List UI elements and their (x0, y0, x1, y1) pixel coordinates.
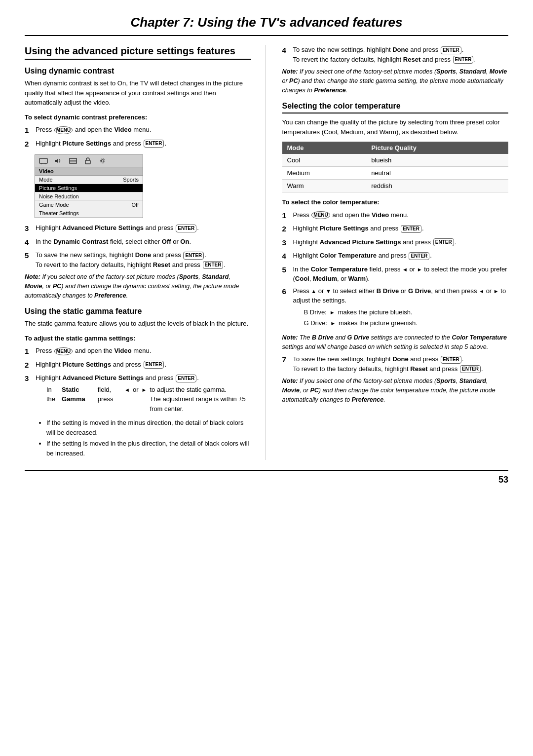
svg-point-8 (102, 160, 104, 162)
menu-row-theater-settings: Theater Settings (35, 209, 143, 218)
enter-btn-5: ENTER (183, 252, 204, 260)
table-cell-blueish: blueish (366, 154, 508, 167)
speaker-icon (53, 157, 64, 165)
ct-step-5: 5 In the Color Temperature field, press … (282, 265, 509, 284)
step-2: 2 Highlight Picture Settings and press E… (25, 139, 251, 150)
enter-btn-ct7b: ENTER (460, 365, 481, 373)
static-gamma-title: Using the static gamma feature (25, 307, 251, 316)
menu-icon-ct1: MENU (311, 211, 330, 219)
right-column: 4 To save the new settings, highlight Do… (280, 45, 509, 460)
dynamic-contrast-procedure-title: To select dynamic contrast preferences: (25, 113, 251, 122)
ct-note2: Note: The B Drive and G Drive settings a… (282, 333, 509, 352)
table-cell-cool: Cool (282, 154, 367, 167)
ct-step-4: 4 Highlight Color Temperature and press … (282, 251, 509, 262)
ct-step7-list: 7 To save the new settings, highlight Do… (282, 354, 509, 374)
static-gamma-steps: 1 Press MENU and open the Video menu. 2 … (25, 346, 251, 416)
step-4: 4 In the Dynamic Contrast field, select … (25, 237, 251, 248)
table-cell-medium: Medium (282, 167, 367, 180)
sg-step-3: 3 Highlight Advanced Picture Settings an… (25, 373, 251, 416)
svg-rect-0 (39, 158, 47, 163)
ct-step6-bullets: B Drive: makes the picture blueish. G Dr… (293, 307, 509, 328)
step-1: 1 Press MENU and open the Video menu. (25, 125, 251, 136)
ct-bullet-gdrive: G Drive: makes the picture greenish. (304, 318, 509, 328)
dynamic-contrast-title: Using dynamic contrast (25, 67, 251, 76)
ct-bullet-bdrive: B Drive: makes the picture blueish. (304, 307, 509, 317)
menu-screenshot: Video ModeSports Picture Settings Noise … (35, 154, 143, 218)
menu-row-game-mode: Game ModeOff (35, 201, 143, 209)
right-top-steps: 4 To save the new settings, highlight Do… (282, 45, 509, 64)
dynamic-contrast-steps-cont: 3 Highlight Advanced Picture Settings an… (25, 223, 251, 269)
enter-btn-ct7: ENTER (441, 356, 461, 364)
ct-step-3: 3 Highlight Advanced Picture Settings an… (282, 237, 509, 249)
step-5: 5 To save the new settings, highlight Do… (25, 250, 251, 269)
sg-extra-bullets: If the setting is moved in the minus dir… (36, 418, 251, 458)
ct-step-2: 2 Highlight Picture Settings and press E… (282, 224, 509, 235)
color-temp-description: You can change the quality of the pictur… (282, 117, 509, 137)
page-number: 53 (25, 470, 508, 485)
table-cell-reddish: reddish (366, 180, 508, 192)
color-temperature-table: Mode Picture Quality Cool blueish Medium… (282, 142, 509, 192)
settings-icon (97, 157, 108, 165)
dynamic-contrast-note: Note: If you select one of the factory-s… (25, 272, 251, 300)
ct-step-6: 6 Press or to select either B Drive or G… (282, 286, 509, 330)
table-cell-warm: Warm (282, 180, 367, 192)
table-cell-neutral: neutral (366, 167, 508, 180)
menu-row-noise-reduction: Noise Reduction (35, 192, 143, 201)
ct-step-7: 7 To save the new settings, highlight Do… (282, 354, 509, 374)
sg-bullet-1: In the Static Gamma field, press or to a… (46, 385, 251, 414)
sg-bullet-plus: If the setting is moved in the plus dire… (46, 439, 251, 458)
svg-rect-7 (85, 160, 90, 164)
tv-icon (38, 157, 49, 165)
menu-icon: MENU (54, 126, 73, 134)
left-column: Using the advanced picture settings feat… (25, 45, 266, 460)
enter-btn-sg2: ENTER (144, 361, 164, 369)
svg-point-9 (101, 159, 105, 163)
enter-btn-r4: ENTER (441, 46, 461, 54)
enter-btn-r4b: ENTER (453, 56, 474, 64)
svg-rect-4 (70, 158, 76, 163)
chapter-title: Chapter 7: Using the TV's advanced featu… (25, 15, 508, 36)
sg-step-2: 2 Highlight Picture Settings and press E… (25, 360, 251, 371)
color-temp-title: Selecting the color temperature (282, 102, 509, 113)
ct-step-1: 1 Press MENU and open the Video menu. (282, 210, 509, 222)
static-gamma-procedure-title: To adjust the static gamma settings: (25, 334, 251, 343)
color-temp-procedure-title: To select the color temperature: (282, 197, 509, 207)
table-header-quality: Picture Quality (366, 142, 508, 154)
color-temp-steps: 1 Press MENU and open the Video menu. 2 … (282, 210, 509, 330)
table-header-mode: Mode (282, 142, 367, 154)
svg-marker-3 (55, 158, 58, 163)
static-gamma-description: The static gamma feature allows you to a… (25, 319, 251, 329)
enter-btn-3: ENTER (176, 225, 196, 232)
table-row: Cool blueish (282, 154, 509, 167)
enter-button-icon: ENTER (144, 140, 164, 148)
enter-btn-ct3: ENTER (433, 238, 454, 246)
sg-bullet-minus: If the setting is moved in the minus dir… (46, 418, 251, 437)
sg-step-1: 1 Press MENU and open the Video menu. (25, 346, 251, 357)
menu-row-mode: ModeSports (35, 176, 143, 184)
menu-icon-sg1: MENU (54, 347, 73, 355)
right-step-4: 4 To save the new settings, highlight Do… (282, 45, 509, 64)
table-row: Medium neutral (282, 167, 509, 180)
dynamic-contrast-steps: 1 Press MENU and open the Video menu. 2 … (25, 125, 251, 150)
table-row: Warm reddish (282, 180, 509, 192)
menu-icon-bar (35, 155, 143, 167)
enter-btn-5b: ENTER (203, 261, 224, 269)
menu-body: Video ModeSports Picture Settings Noise … (35, 167, 143, 218)
ct-note3: Note: If you select one of the factory-s… (282, 377, 509, 404)
step-3: 3 Highlight Advanced Picture Settings an… (25, 223, 251, 234)
dynamic-contrast-description: When dynamic contrast is set to On, the … (25, 78, 251, 108)
sg-step3-bullets: In the Static Gamma field, press or to a… (36, 385, 251, 414)
main-section-title: Using the advanced picture settings feat… (25, 45, 251, 60)
enter-btn-ct2: ENTER (401, 225, 421, 233)
list-icon (68, 157, 78, 165)
menu-video-label: Video (35, 167, 143, 176)
enter-btn-sg3: ENTER (176, 375, 196, 382)
menu-row-picture-settings: Picture Settings (35, 184, 143, 192)
static-gamma-note: Note: If you select one of the factory-s… (282, 67, 509, 95)
lock-icon (82, 157, 93, 165)
enter-btn-ct4: ENTER (409, 252, 429, 260)
